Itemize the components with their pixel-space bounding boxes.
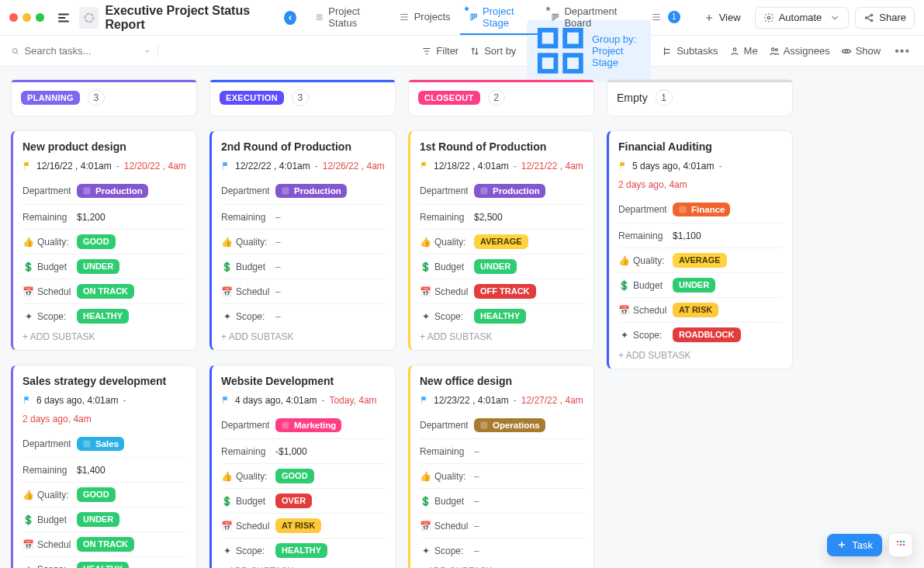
column-closeout: CLOSEOUT 2 1st Round of Production 12/18… [408, 79, 594, 537]
column-label: Empty [617, 92, 648, 104]
task-card[interactable]: 2nd Round of Production 12/22/22 , 4:01a… [209, 130, 396, 351]
department-badge: Marketing [275, 418, 341, 432]
scope-badge: – [275, 311, 281, 322]
field-label-quality: 👍Quality: [22, 489, 71, 500]
budget-badge: UNDER [77, 512, 119, 526]
svg-point-8 [866, 16, 867, 18]
card-start-date: 12/18/22 , 4:01am [434, 161, 509, 171]
remaining-value: $1,100 [673, 230, 701, 241]
field-label-quality: 👍Quality: [420, 236, 468, 248]
column-count: 3 [88, 89, 105, 106]
card-title: New product design [22, 140, 187, 153]
add-subtask-button[interactable]: + ADD SUBTASK [221, 331, 386, 342]
tab-label: Department Board [564, 5, 632, 29]
svg-rect-15 [566, 55, 582, 71]
field-label-schedule: 📅Schedule: [22, 286, 71, 297]
task-card[interactable]: New product design 12/16/22 , 4:01am -12… [11, 130, 197, 351]
tab-project-status[interactable]: Project Status [306, 0, 389, 35]
show-button[interactable]: Show [841, 45, 881, 57]
tab-label: Project Stage [483, 5, 532, 29]
field-label-department: Department: [420, 420, 468, 431]
card-start-date: 4 days ago, 4:01am [235, 395, 317, 406]
window-zoom-icon[interactable] [36, 13, 44, 22]
task-card[interactable]: Financial Auditing 5 days ago, 4:01am - … [607, 130, 793, 369]
sort-button[interactable]: Sort by [469, 45, 516, 57]
svg-point-9 [871, 14, 873, 16]
filter-button[interactable]: Filter [421, 45, 459, 57]
tab-project-stage[interactable]: Project Stage [460, 0, 542, 35]
column-header[interactable]: EXECUTION 3 [209, 79, 396, 116]
subtasks-button[interactable]: Subtasks [662, 45, 718, 57]
column-header[interactable]: PLANNING 3 [11, 79, 197, 116]
window-controls [9, 13, 44, 22]
button-label: Me [744, 45, 758, 57]
tab-department-board[interactable]: Department Board [542, 0, 642, 35]
tab-projects[interactable]: Projects [389, 0, 460, 35]
quality-badge: AVERAGE [474, 234, 528, 248]
fab-wrap: Task [827, 532, 913, 557]
card-dates: 5 days ago, 4:01am - [618, 161, 783, 171]
column-label: PLANNING [21, 91, 80, 105]
add-subtask-button[interactable]: + ADD SUBTASK [22, 331, 187, 342]
schedule-badge: AT RISK [275, 518, 321, 532]
budget-badge: UNDER [474, 259, 517, 273]
card-start-date: 12/22/22 , 4:01am [235, 161, 310, 171]
card-title: New office design [420, 375, 584, 387]
task-card[interactable]: New office design 12/23/22 , 4:01am -12/… [408, 365, 594, 568]
search-input[interactable] [24, 45, 139, 57]
card-start-date: 5 days ago, 4:01am [632, 161, 714, 171]
column-execution: EXECUTION 3 2nd Round of Production 12/2… [209, 79, 396, 537]
nav-back-button[interactable] [284, 11, 296, 25]
department-badge: Production [275, 184, 347, 198]
field-label-schedule: 📅Schedule: [420, 286, 468, 297]
tab-overflow[interactable]: 1 [642, 0, 690, 35]
scope-badge: – [474, 545, 479, 556]
search-wrap [11, 45, 158, 57]
window-close-icon[interactable] [9, 13, 18, 22]
scope-badge: HEALTHY [275, 543, 327, 557]
board: PLANNING 3 New product design 12/16/22 ,… [0, 67, 924, 568]
svg-rect-23 [282, 421, 289, 428]
field-label-budget: 💲Budget [221, 495, 269, 507]
column-planning: PLANNING 3 New product design 12/16/22 ,… [11, 79, 197, 537]
task-card[interactable]: Website Development 4 days ago, 4:01am -… [209, 365, 396, 568]
field-label-scope: ✦Scope: [618, 329, 666, 341]
field-label-budget: 💲Budget [22, 514, 71, 525]
search-dropdown-icon[interactable] [144, 47, 151, 56]
task-card[interactable]: Sales strategy development 6 days ago, 4… [11, 365, 197, 568]
svg-point-7 [767, 16, 770, 19]
add-subtask-button[interactable]: + ADD SUBTASK [420, 331, 584, 342]
workspace-icon[interactable] [79, 7, 99, 29]
department-badge: Finance [673, 203, 730, 216]
priority-flag-icon [221, 395, 230, 406]
task-card[interactable]: 1st Round of Production 12/18/22 , 4:01a… [408, 130, 594, 351]
button-label: Assignees [784, 45, 830, 57]
department-badge: Production [77, 184, 148, 198]
add-subtask-button[interactable]: + ADD SUBTASK [618, 350, 783, 361]
card-dates: 12/23/22 , 4:01am -12/27/22 , 4am [420, 395, 584, 406]
schedule-badge: ON TRACK [77, 284, 134, 298]
window-minimize-icon[interactable] [22, 13, 31, 22]
column-header[interactable]: CLOSEOUT 2 [408, 79, 594, 116]
me-button[interactable]: Me [729, 45, 758, 57]
field-label-department: Department: [22, 438, 71, 449]
more-icon[interactable]: ••• [891, 44, 913, 58]
field-label-quality: 👍Quality: [221, 236, 269, 248]
column-header[interactable]: Empty 1 [607, 79, 793, 116]
field-label-department: Department: [221, 185, 269, 196]
field-label-budget: 💲Budget [618, 279, 666, 291]
svg-rect-24 [481, 187, 488, 194]
menu-icon[interactable] [54, 7, 73, 29]
field-label-department: Department: [221, 420, 269, 431]
svg-point-17 [771, 47, 774, 50]
column-count: 2 [488, 89, 505, 106]
apps-button[interactable] [888, 532, 913, 557]
svg-point-32 [903, 544, 905, 546]
remaining-value: $1,400 [77, 465, 106, 476]
priority-flag-icon [420, 161, 429, 171]
budget-badge: OVER [275, 494, 312, 507]
column-label: EXECUTION [220, 91, 284, 105]
new-task-button[interactable]: Task [827, 534, 882, 556]
remaining-value: $2,500 [474, 212, 503, 223]
assignees-button[interactable]: Assignees [769, 45, 830, 57]
